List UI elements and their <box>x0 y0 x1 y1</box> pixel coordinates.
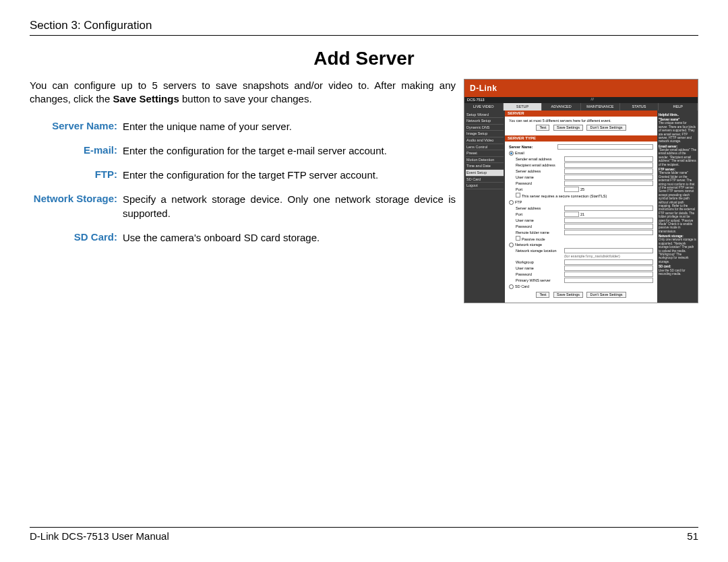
inp[interactable] <box>564 168 653 174</box>
radio-ns[interactable] <box>509 243 514 247</box>
bottom-buttons: Test Save Settings Don't Save Settings <box>509 292 653 298</box>
radio-sd[interactable] <box>509 284 514 289</box>
inp[interactable] <box>564 266 653 271</box>
lab: User name <box>516 218 564 223</box>
help-t: "Remote folder name" Granted folder on t… <box>659 171 695 232</box>
inp[interactable] <box>564 187 579 192</box>
intro-paragraph: You can configure up to 5 servers to sav… <box>30 79 456 106</box>
inp[interactable] <box>564 181 653 186</box>
def-text: Enter the configuration for the target F… <box>123 168 456 182</box>
description-column: You can configure up to 5 servers to sav… <box>30 79 456 255</box>
tab-advanced[interactable]: ADVANCED <box>542 103 581 111</box>
def-label: E-mail: <box>30 144 123 158</box>
lab: User name <box>516 175 564 180</box>
opt-sd: SD Card <box>515 284 529 288</box>
section-header: Section 3: Configuration <box>30 19 698 32</box>
inp[interactable] <box>564 206 653 211</box>
sb-item[interactable]: SD Card <box>466 177 504 183</box>
def-sd-card: SD Card: Use the camera's onboard SD car… <box>30 231 456 245</box>
lab: Server address <box>516 206 564 211</box>
def-text: Enter the unique name of your server. <box>123 120 456 133</box>
help-title: Helpful Hints.. <box>659 113 696 117</box>
lab: Recipient email address <box>516 163 564 168</box>
lab: Primary WINS server <box>516 278 564 283</box>
tls-label: This server requires a secure connection… <box>522 194 607 198</box>
sb-item[interactable]: Time and Date <box>466 163 504 170</box>
inp[interactable] <box>564 259 653 265</box>
lab: Port <box>516 212 564 217</box>
inp[interactable] <box>564 278 653 283</box>
lab: Password <box>516 272 564 277</box>
sb-item[interactable]: Image Setup <box>466 131 504 137</box>
sb-item[interactable]: Logout <box>466 183 504 189</box>
sb-item[interactable]: Dynamic DNS <box>466 125 504 131</box>
radio-ftp[interactable] <box>509 200 514 205</box>
sb-item[interactable]: Audio and Video <box>466 137 504 144</box>
server-name-field: Server Name: <box>509 144 653 150</box>
lab: User name <box>516 266 564 271</box>
shot-model: DCS-7513 <box>464 97 487 103</box>
inp[interactable] <box>564 175 653 180</box>
panel-title: SERVER <box>505 111 657 117</box>
inp[interactable] <box>564 230 653 235</box>
tab-live[interactable]: LIVE VIDEO <box>464 103 504 111</box>
sb-item[interactable]: Motion Detection <box>466 157 504 164</box>
inp[interactable] <box>564 212 579 217</box>
inp[interactable] <box>564 162 653 168</box>
intro-post: button to save your changes. <box>179 93 312 104</box>
btn-dont-save[interactable]: Don't Save Settings <box>586 125 626 131</box>
opt-ns: Network storage <box>515 243 542 247</box>
tab-status[interactable]: STATUS <box>620 103 659 111</box>
passive-label: Passive mode <box>522 237 545 241</box>
btn-save[interactable]: Save Settings <box>553 292 583 298</box>
tab-maintenance[interactable]: MAINTENANCE <box>581 103 620 111</box>
btn-test[interactable]: Test <box>536 292 549 298</box>
btn-dont-save[interactable]: Don't Save Settings <box>586 292 626 298</box>
sb-item[interactable]: Setup Wizard <box>466 112 504 119</box>
sb-item-selected[interactable]: Event Setup <box>466 170 504 177</box>
footer-left: D-Link DCS-7513 User Manual <box>30 530 169 542</box>
top-buttons: Test Save Settings Don't Save Settings <box>509 125 653 131</box>
help-t: Only one network storage is supported. "… <box>659 238 696 263</box>
inp[interactable] <box>564 248 653 253</box>
lab: Password <box>516 181 564 186</box>
page-title: Add Server <box>30 48 698 69</box>
lab: Sender email address <box>516 157 564 162</box>
btn-test[interactable]: Test <box>536 125 549 131</box>
server-name-input[interactable] <box>557 144 653 150</box>
inp[interactable] <box>564 218 653 223</box>
shot-brand-bar: D-Link <box>464 80 698 97</box>
def-label: Network Storage: <box>30 193 123 220</box>
lab: Server address <box>516 169 564 174</box>
shot-tabs: LIVE VIDEO SETUP ADVANCED MAINTENANCE ST… <box>464 103 698 111</box>
ui-screenshot: D-Link DCS-7513 /// LIVE VIDEO SETUP ADV… <box>464 79 698 303</box>
server-name-label: Server Name: <box>509 145 557 150</box>
checkbox-tls[interactable] <box>516 193 520 197</box>
def-label: Server Name: <box>30 120 123 133</box>
inp[interactable] <box>564 156 653 162</box>
port-default: 21 <box>580 212 584 217</box>
checkbox-passive[interactable] <box>516 236 520 241</box>
ns-example: (for example:\\my_nas\disk\folder) <box>564 254 653 259</box>
bottom-rule <box>30 527 698 528</box>
inp[interactable] <box>564 272 653 277</box>
lab: Workgroup <box>516 260 564 265</box>
help-t: The unique name for server. There are fo… <box>659 121 696 143</box>
sb-item[interactable]: Network Setup <box>466 118 504 125</box>
radio-email[interactable] <box>509 151 514 156</box>
tab-help[interactable]: HELP <box>659 103 698 111</box>
shot-sidebar: Setup Wizard Network Setup Dynamic DNS I… <box>464 111 505 303</box>
footer-right: 51 <box>687 530 698 542</box>
section-type: SERVER TYPE <box>505 135 657 142</box>
tab-setup[interactable]: SETUP <box>504 103 543 111</box>
opt-ftp: FTP <box>515 200 522 204</box>
screenshot-column: D-Link DCS-7513 /// LIVE VIDEO SETUP ADV… <box>464 79 698 303</box>
shot-help-panel: Helpful Hints.. "Server name" The unique… <box>657 111 698 303</box>
help-t: "Sender email address" The email address… <box>659 148 696 166</box>
def-ftp: FTP: Enter the configuration for the tar… <box>30 168 456 182</box>
page-footer: D-Link DCS-7513 User Manual 51 <box>30 524 698 542</box>
sb-item[interactable]: Lens Control <box>466 144 504 151</box>
inp[interactable] <box>564 224 653 229</box>
sb-item[interactable]: Preset <box>466 150 504 157</box>
btn-save[interactable]: Save Settings <box>553 125 583 131</box>
